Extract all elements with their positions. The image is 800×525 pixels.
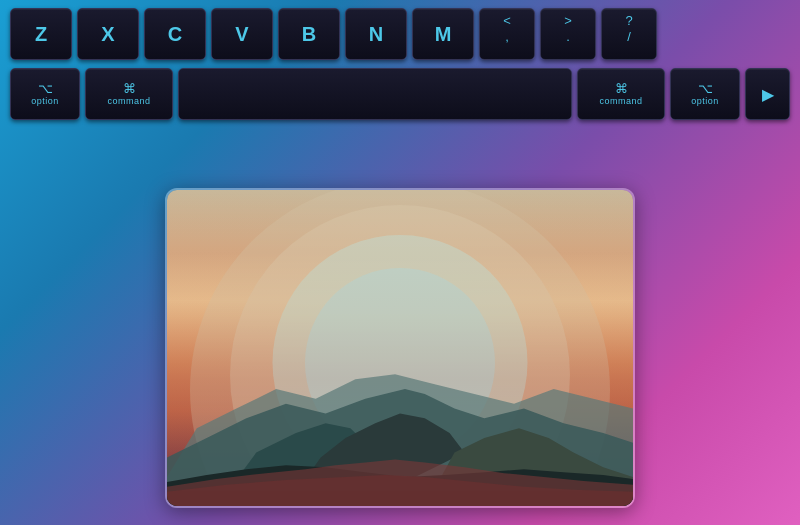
command-key-right[interactable]: ⌘ command <box>577 68 665 120</box>
option-label-right: option <box>691 96 719 106</box>
key-slash[interactable]: ? / <box>601 8 657 60</box>
option-symbol-right: ⌥ <box>698 82 713 95</box>
command-label-right: command <box>599 96 642 106</box>
option-key-left[interactable]: ⌥ option <box>10 68 80 120</box>
mountains <box>167 301 633 506</box>
key-n[interactable]: N <box>345 8 407 60</box>
option-key-right[interactable]: ⌥ option <box>670 68 740 120</box>
trackpad-display <box>167 190 633 506</box>
arrow-right-key[interactable]: ▶ <box>745 68 790 120</box>
option-symbol-left: ⌥ <box>38 82 53 95</box>
key-comma[interactable]: < , <box>479 8 535 60</box>
key-z[interactable]: Z <box>10 8 72 60</box>
key-c[interactable]: C <box>144 8 206 60</box>
spacebar[interactable] <box>178 68 572 120</box>
key-x[interactable]: X <box>77 8 139 60</box>
key-v[interactable]: V <box>211 8 273 60</box>
modifier-row: ⌥ option ⌘ command ⌘ command ⌥ option ▶ <box>10 68 790 120</box>
key-b[interactable]: B <box>278 8 340 60</box>
key-period[interactable]: > . <box>540 8 596 60</box>
option-label-left: option <box>31 96 59 106</box>
letter-row: Z X C V B N M < , > . ? / <box>10 8 790 60</box>
laptop-body: Z X C V B N M < , > . ? / ⌥ option <box>0 0 800 525</box>
trackpad[interactable] <box>165 188 635 508</box>
command-symbol-right: ⌘ <box>615 82 628 95</box>
keyboard-area: Z X C V B N M < , > . ? / ⌥ option <box>0 0 800 175</box>
trackpad-container <box>165 188 635 508</box>
key-m[interactable]: M <box>412 8 474 60</box>
command-label-left: command <box>107 96 150 106</box>
command-symbol-left: ⌘ <box>123 82 136 95</box>
command-key-left[interactable]: ⌘ command <box>85 68 173 120</box>
